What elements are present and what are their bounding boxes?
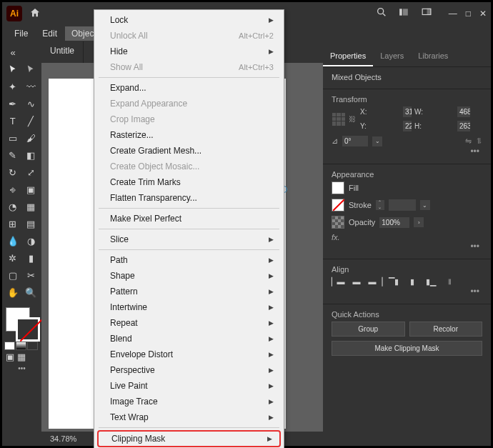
align-right-icon[interactable]: ▬▕: [369, 277, 382, 287]
flip-v-icon[interactable]: ⥮: [476, 136, 482, 146]
paintbrush-tool-icon[interactable]: 🖌: [23, 130, 40, 146]
tab-libraries[interactable]: Libraries: [411, 47, 455, 66]
artboard-tool-icon[interactable]: ▢: [4, 267, 21, 283]
curvature-tool-icon[interactable]: ∿: [23, 96, 40, 111]
menu-edit[interactable]: Edit: [36, 26, 64, 41]
eraser-tool-icon[interactable]: ◧: [23, 147, 40, 163]
align-left-icon[interactable]: ▏▬: [332, 277, 344, 287]
stroke-weight-stepper[interactable]: ⌃⌄: [376, 200, 384, 210]
arrange-icon[interactable]: [397, 7, 410, 20]
menu-slice[interactable]: Slice▶: [94, 232, 284, 247]
symbol-sprayer-tool-icon[interactable]: ✲: [4, 250, 21, 266]
close-button[interactable]: ✕: [479, 9, 487, 19]
reference-point-icon[interactable]: [332, 113, 346, 126]
align-bottom-icon[interactable]: ▮▁: [424, 277, 437, 287]
fill-color-swatch[interactable]: [332, 181, 344, 194]
recolor-button[interactable]: Recolor: [409, 322, 483, 337]
tab-layers[interactable]: Layers: [373, 47, 411, 66]
edit-toolbar-icon[interactable]: ▦: [16, 352, 26, 362]
shape-builder-tool-icon[interactable]: ◔: [4, 199, 21, 214]
scale-tool-icon[interactable]: ⤢: [23, 164, 40, 180]
shaper-tool-icon[interactable]: ✎: [4, 147, 21, 163]
zoom-tool-icon[interactable]: 🔍: [23, 284, 40, 300]
selection-tool-icon[interactable]: [4, 61, 21, 77]
mesh-tool-icon[interactable]: ⊞: [4, 216, 21, 232]
home-icon[interactable]: [29, 7, 41, 21]
perspective-tool-icon[interactable]: ▦: [23, 199, 40, 214]
menu-repeat[interactable]: Repeat▶: [94, 315, 284, 331]
stroke-swatch[interactable]: [16, 317, 40, 342]
menu-shape[interactable]: Shape▶: [94, 268, 284, 284]
align-top-icon[interactable]: ▔▮: [387, 277, 400, 287]
eyedropper-tool-icon[interactable]: 💧: [4, 233, 21, 249]
menu-gradient-mesh[interactable]: Create Gradient Mesh...: [94, 143, 284, 159]
hand-tool-icon[interactable]: ✋: [4, 284, 21, 300]
menu-envelope-distort[interactable]: Envelope Distort▶: [94, 347, 284, 362]
menu-pixel-perfect[interactable]: Make Pixel Perfect: [94, 211, 284, 227]
distribute-icon[interactable]: ⫴: [443, 277, 456, 287]
stroke-weight-input[interactable]: [389, 199, 416, 211]
search-icon[interactable]: [376, 6, 387, 21]
menu-clipping-mask[interactable]: Clipping Mask▶: [97, 430, 281, 447]
angle-dropdown-icon[interactable]: ⌄: [372, 136, 382, 146]
menu-pattern[interactable]: Pattern▶: [94, 284, 284, 299]
link-wh-icon[interactable]: ⛓: [349, 115, 357, 123]
menu-hide[interactable]: Hide▶: [94, 44, 284, 59]
free-transform-tool-icon[interactable]: ▣: [23, 181, 40, 197]
w-input[interactable]: 468.4211 p: [457, 106, 470, 117]
rectangle-tool-icon[interactable]: ▭: [4, 130, 21, 146]
menu-live-paint[interactable]: Live Paint▶: [94, 378, 284, 394]
h-input[interactable]: 263.4868 p: [457, 121, 470, 131]
y-input[interactable]: 220.5614 p: [403, 121, 412, 131]
gradient-tool-icon[interactable]: ▤: [23, 216, 40, 232]
toolbar-handle-icon[interactable]: «: [4, 44, 21, 60]
slice-tool-icon[interactable]: ✂: [23, 267, 40, 283]
fill-stroke-swatch[interactable]: [4, 306, 39, 340]
transform-more-icon[interactable]: •••: [332, 146, 482, 156]
minimize-button[interactable]: —: [449, 9, 457, 19]
tab-properties[interactable]: Properties: [323, 47, 373, 66]
menu-file[interactable]: File: [8, 26, 34, 41]
align-more-icon[interactable]: •••: [332, 287, 482, 297]
gradient-mode-icon[interactable]: [16, 342, 26, 350]
zoom-level[interactable]: 34.78%: [50, 434, 76, 443]
menu-rasterize[interactable]: Rasterize...: [94, 127, 284, 143]
direct-selection-tool-icon[interactable]: [23, 61, 40, 77]
menu-intertwine[interactable]: Intertwine▶: [94, 299, 284, 315]
pen-tool-icon[interactable]: ✒: [4, 96, 21, 111]
toolbar-more-icon[interactable]: •••: [4, 364, 39, 372]
maximize-button[interactable]: □: [466, 9, 471, 19]
align-vcenter-icon[interactable]: ▮: [406, 277, 419, 287]
lasso-tool-icon[interactable]: 〰: [23, 79, 40, 94]
magic-wand-tool-icon[interactable]: ✦: [4, 79, 21, 94]
angle-input[interactable]: 0°: [342, 136, 368, 146]
line-tool-icon[interactable]: ╱: [23, 113, 40, 129]
type-tool-icon[interactable]: T: [4, 113, 21, 129]
flip-h-icon[interactable]: ⇋: [465, 136, 472, 146]
stroke-weight-dropdown-icon[interactable]: ⌄: [420, 200, 430, 210]
opacity-dropdown-icon[interactable]: ›: [414, 217, 424, 227]
menu-expand[interactable]: Expand...: [94, 80, 284, 96]
menu-path[interactable]: Path▶: [94, 252, 284, 268]
color-mode-icon[interactable]: [4, 342, 15, 350]
screen-mode-icon[interactable]: ▣: [4, 352, 15, 362]
rotate-tool-icon[interactable]: ↻: [4, 164, 21, 180]
menu-lock[interactable]: Lock▶: [94, 12, 284, 28]
menu-perspective[interactable]: Perspective▶: [94, 362, 284, 378]
workspace-icon[interactable]: [420, 7, 433, 20]
none-mode-icon[interactable]: [27, 342, 38, 350]
opacity-swatch-icon[interactable]: [332, 216, 344, 229]
menu-trim-marks[interactable]: Create Trim Marks: [94, 174, 284, 190]
document-tab[interactable]: Untitle: [41, 41, 84, 63]
fx-label[interactable]: fx.: [332, 233, 482, 242]
menu-blend[interactable]: Blend▶: [94, 331, 284, 347]
menu-text-wrap[interactable]: Text Wrap▶: [94, 409, 284, 425]
blend-tool-icon[interactable]: ◑: [23, 233, 40, 249]
opacity-input[interactable]: 100%: [379, 217, 409, 228]
menu-image-trace[interactable]: Image Trace▶: [94, 394, 284, 409]
menu-flatten-transparency[interactable]: Flatten Transparency...: [94, 190, 284, 206]
width-tool-icon[interactable]: ⎆: [4, 181, 21, 197]
appearance-more-icon[interactable]: •••: [332, 242, 482, 252]
group-button[interactable]: Group: [332, 322, 405, 337]
x-input[interactable]: 311.2632 p: [403, 106, 412, 117]
